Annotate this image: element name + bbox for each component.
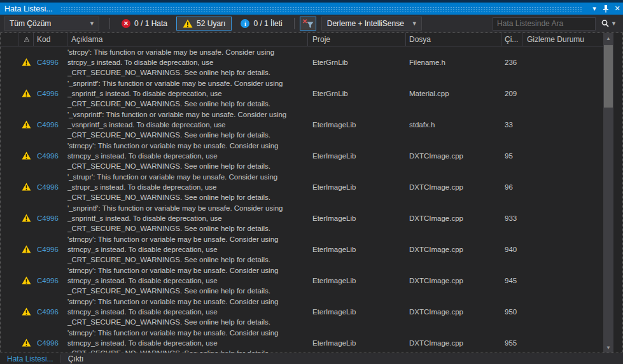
toolbar: Tüm Çözüm ▼ ✕ 0 / 1 Hata 52 Uyarı i 0 / … (0, 15, 623, 32)
row-code[interactable]: C4996 (34, 308, 67, 316)
chevron-down-icon: ▼ (89, 20, 95, 27)
row-file: Material.cpp (406, 90, 501, 97)
error-table-row[interactable]: C4996 'strncpy': This function or variab… (1, 140, 603, 171)
scroll-up-icon[interactable]: ▲ (603, 33, 613, 43)
error-table-row[interactable]: C4996 '_vsnprintf': This function or var… (1, 109, 603, 140)
row-file: DXTCImage.cpp (406, 183, 501, 191)
row-description: 'strncpy': This function or variable may… (67, 297, 308, 327)
column-header-severity[interactable] (18, 33, 34, 46)
row-project: EterImageLib (308, 214, 406, 222)
tab-error-list[interactable]: Hata Listesi... (0, 353, 60, 364)
row-description: 'strncpy': This function or variable may… (67, 328, 308, 353)
messages-filter-button[interactable]: i 0 / 1 İleti (234, 17, 288, 31)
row-description: '_snprintf': This function or variable m… (67, 78, 308, 109)
error-table-row[interactable]: C4996 '_strupr': This function or variab… (1, 171, 603, 202)
search-button[interactable]: ▼ (598, 19, 619, 28)
row-project: EterGrnLib (308, 59, 406, 66)
error-table-row[interactable]: C4996 '_snprintf': This function or vari… (1, 202, 603, 234)
row-code[interactable]: C4996 (34, 90, 67, 97)
search-input[interactable] (493, 17, 596, 31)
row-project: EterGrnLib (308, 90, 406, 97)
errors-filter-button[interactable]: ✕ 0 / 1 Hata (115, 17, 174, 31)
search-icon (601, 19, 610, 28)
error-table-row[interactable]: C4996 'strcpy': This function or variabl… (1, 46, 603, 78)
bottom-tabbar: Hata Listesi... Çıktı (0, 353, 623, 364)
column-header-project[interactable]: Proje (308, 33, 406, 46)
severity-column-icon (24, 37, 29, 42)
column-header-suppression[interactable]: Gizleme Durumu (522, 33, 603, 46)
warning-icon (22, 214, 31, 222)
row-file: DXTCImage.cpp (406, 339, 501, 347)
row-description: 'strncpy': This function or variable may… (67, 141, 308, 171)
row-project: EterImageLib (308, 308, 406, 316)
column-header-code[interactable]: Kod (34, 33, 67, 46)
column-header-line[interactable]: Çi... (501, 33, 522, 46)
titlebar-grip (60, 6, 582, 12)
row-code[interactable]: C4996 (34, 246, 67, 253)
row-line: 940 (501, 246, 522, 253)
chevron-down-icon: ▼ (611, 20, 617, 27)
row-severity-cell (18, 151, 34, 160)
errors-count-label: 0 / 1 Hata (134, 19, 167, 28)
scope-dropdown[interactable]: Tüm Çözüm ▼ (4, 17, 99, 31)
column-header-selection[interactable] (1, 33, 18, 46)
row-code[interactable]: C4996 (34, 152, 67, 160)
row-line: 33 (501, 121, 522, 129)
row-code[interactable]: C4996 (34, 214, 67, 222)
error-grid: Kod Açıklama Proje Dosya Çi... Gizleme D… (0, 32, 623, 353)
row-code[interactable]: C4996 (34, 339, 67, 347)
row-description: '_snprintf': This function or variable m… (67, 203, 308, 234)
row-project: EterImageLib (308, 183, 406, 191)
row-severity-cell (18, 214, 34, 222)
row-project: EterImageLib (308, 246, 406, 253)
row-line: 950 (501, 308, 522, 316)
chevron-down-icon: ▼ (412, 20, 417, 27)
close-icon[interactable]: ✕ (612, 3, 623, 15)
row-description: 'strncpy': This function or variable may… (67, 234, 308, 265)
row-project: EterImageLib (308, 121, 406, 129)
column-header-description[interactable]: Açıklama (67, 33, 308, 46)
column-header-file[interactable]: Dosya (406, 33, 501, 46)
row-code[interactable]: C4996 (34, 121, 67, 129)
column-header-row: Kod Açıklama Proje Dosya Çi... Gizleme D… (1, 33, 603, 46)
toolbar-separator (109, 18, 110, 29)
tab-output[interactable]: Çıktı (61, 353, 91, 364)
row-description: 'strncpy': This function or variable may… (67, 265, 308, 296)
row-code[interactable]: C4996 (34, 59, 67, 66)
row-severity-cell (18, 58, 34, 66)
warning-icon (22, 89, 31, 97)
row-severity-cell (18, 183, 34, 191)
row-line: 95 (501, 152, 522, 160)
row-description: 'strcpy': This function or variable may … (67, 47, 308, 78)
warning-icon (22, 183, 31, 191)
vertical-scrollbar[interactable]: ▲ ▼ (603, 33, 613, 353)
build-filter-dropdown[interactable]: Derleme + IntelliSense ▼ (321, 17, 422, 31)
pin-icon[interactable] (600, 3, 612, 15)
row-project: EterImageLib (308, 277, 406, 284)
window-position-icon[interactable]: ▾ (589, 3, 600, 15)
row-code[interactable]: C4996 (34, 183, 67, 191)
warning-icon (22, 120, 31, 129)
scrollbar-thumb[interactable] (604, 45, 613, 108)
error-table-row[interactable]: C4996 'strncpy': This function or variab… (1, 234, 603, 265)
warning-icon (22, 151, 31, 160)
row-description: '_vsnprintf': This function or variable … (67, 109, 308, 140)
scroll-down-icon[interactable]: ▼ (603, 342, 613, 353)
clear-filter-button[interactable]: ✕ (300, 17, 316, 31)
row-line: 955 (501, 339, 522, 347)
warning-icon (22, 245, 31, 253)
error-table-row[interactable]: C4996 'strncpy': This function or variab… (1, 296, 603, 327)
error-table-row[interactable]: C4996 '_snprintf': This function or vari… (1, 78, 603, 109)
warning-icon (22, 307, 31, 316)
warnings-filter-button[interactable]: 52 Uyarı (176, 17, 232, 31)
window-title: Hata Listesi... (4, 4, 53, 13)
warning-icon (22, 339, 31, 347)
error-icon: ✕ (122, 19, 130, 28)
error-table-body: C4996 'strcpy': This function or variabl… (1, 46, 603, 353)
row-code[interactable]: C4996 (34, 277, 67, 284)
row-line: 933 (501, 214, 522, 222)
error-table-row[interactable]: C4996 'strncpy': This function or variab… (1, 327, 603, 353)
error-table-row[interactable]: C4996 'strncpy': This function or variab… (1, 265, 603, 296)
error-list-window: Hata Listesi... ▾ ✕ Tüm Çözüm ▼ ✕ 0 / 1 … (0, 0, 623, 364)
row-project: EterImageLib (308, 152, 406, 160)
